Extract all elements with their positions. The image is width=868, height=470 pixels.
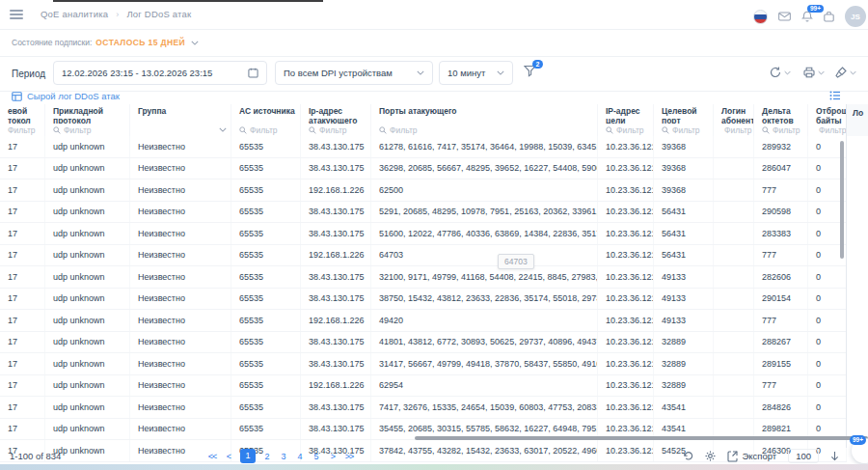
undo-button[interactable] [683,451,693,461]
column-header-2[interactable]: Группа [130,104,231,124]
column-header-6[interactable]: IP-адрес цели [598,104,654,124]
footer-bar: 1-100 of 834 << < 12345 > >> Экспорт 100 [0,448,868,464]
search-icon [239,126,247,134]
cell-r11-c3: 65535 [231,375,301,397]
table-row[interactable]: 17udp unknownНеизвестно6553538.43.130.17… [0,353,847,375]
column-filter-9[interactable]: Фильтр [754,124,808,136]
cell-r10-c6: 10.23.36.121 [598,353,654,374]
column-header-0[interactable]: евой токол [0,104,45,124]
table-row[interactable]: 17udp unknownНеизвестно65535192.168.1.22… [0,310,847,332]
notifications-badge: 99+ [807,5,824,14]
footer-tools: Экспорт 100 [683,449,839,463]
mail-icon[interactable] [778,12,791,21]
page-button-1[interactable]: 1 [240,449,256,463]
page-button-4[interactable]: 4 [295,452,305,461]
refresh-button[interactable] [770,67,791,78]
notifications-bell-icon[interactable]: 99+ [801,11,813,23]
cell-r9-c10: 0 [808,332,847,353]
pagination: << < 12345 > >> [207,449,354,463]
table-row[interactable]: 17udp unknownНеизвестно6553538.43.130.17… [0,202,847,224]
table-row[interactable]: 17udp unknownНеизвестно65535192.168.1.22… [0,180,847,202]
table-row[interactable]: 17udp unknownНеизвестно6553538.43.130.17… [0,158,847,180]
column-filter-6[interactable]: Фильтр [598,124,654,136]
table-row[interactable]: 17udp unknownНеизвестно6553538.43.130.17… [0,397,847,419]
scroll-down-button[interactable] [830,451,839,461]
topbar-icon-group: 99+ JS [753,6,868,27]
user-avatar[interactable]: JS [845,6,866,27]
horizontal-scrollbar[interactable] [415,436,868,440]
cell-r2-c8 [714,180,754,201]
page-last-button[interactable]: >> [344,452,354,461]
dpi-device-select[interactable]: По всем DPI устройствам [275,61,433,85]
export-button[interactable]: Экспорт [727,451,776,462]
cell-r11-c0: 17 [0,375,45,397]
column-header-1[interactable]: Прикладной протокол [45,104,130,124]
table-row[interactable]: 17udp unknownНеизвестно6553538.43.130.17… [0,289,847,311]
hamburger-menu-icon[interactable] [10,10,23,20]
page-prev-button[interactable]: < [224,452,233,461]
column-settings-icon[interactable] [829,91,841,100]
column-header-7[interactable]: Целевой порт [654,104,714,124]
cell-r6-c6: 10.23.36.121 [598,266,654,288]
cell-r8-c2: Неизвестно [130,310,231,331]
page-first-button[interactable]: << [207,452,217,461]
cell-r4-c5: 51600, 12022, 47786, 40336, 63869, 14384… [371,223,598,244]
cell-r7-c5: 38750, 15432, 43812, 23633, 22836, 35174… [371,289,598,310]
cell-r0-c6: 10.23.36.121 [598,136,654,157]
table-row[interactable]: 17udp unknownНеизвестно6553538.43.130.17… [0,223,847,245]
table-row[interactable]: 17udp unknownНеизвестно6553538.43.130.17… [0,266,847,289]
export-icon [727,451,738,462]
table-row[interactable]: 17udp unknownНеизвестно65535192.168.1.22… [0,245,847,267]
cell-value-tooltip: 64703 [498,254,534,269]
column-header-10[interactable]: Отброшенные байты [808,104,847,124]
column-filter-8[interactable]: Фильтр [714,124,754,136]
cell-r8-c6: 10.23.36.121 [598,310,654,331]
column-header-4[interactable]: Ip-адрес атакующего [301,104,371,124]
cell-r11-c9: 777 [754,375,808,397]
column-filter-4[interactable]: Фильтр [301,124,371,136]
settings-button[interactable] [705,451,716,461]
cell-r4-c3: 65535 [231,223,301,244]
column-header-3[interactable]: АС источника [231,104,301,124]
cell-r12-c2: Неизвестно [130,397,231,418]
column-header-8[interactable]: Логин абонента [714,104,754,124]
vertical-scrollbar[interactable] [840,141,844,259]
column-filter-2[interactable] [130,124,231,136]
column-header-9[interactable]: Дельта октетов [754,104,808,124]
column-filter-1[interactable]: Фильтр [45,124,130,136]
table-row[interactable]: 17udp unknownНеизвестно6553538.43.130.17… [0,332,847,354]
column-header-5[interactable]: Порты атакующего [371,104,598,124]
cell-r2-c4: 192.168.1.226 [301,180,371,201]
column-filter-7[interactable]: Фильтр [654,124,714,136]
brush-icon [835,67,847,78]
column-filter-3[interactable]: Фильтр [231,124,301,136]
cell-r12-c3: 65535 [231,397,301,418]
page-next-button[interactable]: > [328,452,338,461]
period-date-range-input[interactable]: 12.02.2026 23:15 - 13.02.2026 23:15 [53,61,267,85]
page-button-5[interactable]: 5 [312,452,321,461]
table-row[interactable]: 17udp unknownНеизвестно6553538.43.130.17… [0,136,847,158]
page-size-select[interactable]: 100 [788,449,819,463]
bag-icon[interactable] [824,12,834,22]
cell-r0-c1: udp unknown [45,136,130,157]
column-filter-5[interactable]: Фильтр [371,124,598,136]
clean-chart-button[interactable] [835,67,856,78]
subscription-chevron-down-icon[interactable] [191,41,199,45]
cell-r8-c0: 17 [0,310,45,331]
calendar-icon[interactable] [248,68,258,78]
breadcrumb-qoe-analytics[interactable]: QoE аналитика [41,9,108,19]
cell-r10-c4: 38.43.130.175 [301,353,371,374]
table-row[interactable]: 17udp unknownНеизвестно65535192.168.1.22… [0,375,847,398]
advanced-filters-button[interactable]: 2 [524,65,536,77]
page-button-2[interactable]: 2 [262,452,272,461]
tab-raw-ddos-log[interactable]: Сырой лог DDoS атак [12,91,120,101]
cell-r13-c3: 65535 [231,419,301,440]
column-filter-10[interactable]: Фильтр [808,124,847,136]
print-button[interactable] [803,67,825,78]
cell-r8-c4: 192.168.1.226 [301,310,371,331]
language-flag-icon[interactable] [753,10,768,24]
column-filter-0[interactable]: Фильтр [0,124,45,136]
interval-select[interactable]: 10 минут [439,61,513,85]
cell-r2-c1: udp unknown [45,180,130,201]
page-button-3[interactable]: 3 [279,452,288,461]
